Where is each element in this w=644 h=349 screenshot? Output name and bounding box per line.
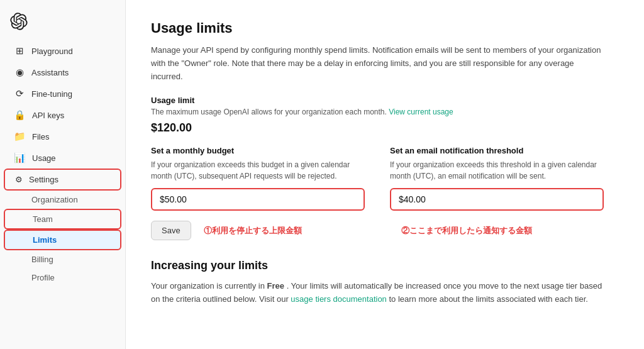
email-threshold-label: Set an email notification threshold xyxy=(390,146,604,155)
monthly-budget-desc: If your organization exceeds this budget… xyxy=(151,159,365,182)
usage-icon: 📊 xyxy=(14,152,26,163)
sidebar-item-files-label: Files xyxy=(32,132,49,141)
usage-limit-label: Usage limit xyxy=(151,96,619,105)
sidebar-sub-item-organization-label: Organization xyxy=(31,195,78,204)
usage-limit-sub-label: The maximum usage OpenAI allows for your… xyxy=(151,108,619,116)
monthly-budget-col: Set a monthly budget If your organizatio… xyxy=(151,146,365,211)
sidebar-item-fine-tuning-label: Fine-tuning xyxy=(31,89,72,99)
files-icon: 📁 xyxy=(14,131,26,142)
fine-tuning-icon: ⟳ xyxy=(14,88,25,99)
sidebar-sub-item-limits[interactable]: Limits xyxy=(4,230,121,250)
increasing-limits-title: Increasing your limits xyxy=(151,259,619,272)
settings-icon: ⚙ xyxy=(15,175,23,184)
email-threshold-input[interactable] xyxy=(390,188,604,211)
main-description: Manage your API spend by configuring mon… xyxy=(151,44,604,83)
sidebar-item-api-keys[interactable]: 🔒 API keys xyxy=(4,104,121,126)
sidebar-item-usage-label: Usage xyxy=(32,153,56,163)
view-current-usage-link[interactable]: View current usage xyxy=(389,108,453,116)
increasing-limits-desc: Your organization is currently in Free .… xyxy=(151,280,604,306)
sidebar-item-playground[interactable]: ⊞ Playground xyxy=(4,40,121,62)
sidebar-sub-item-billing[interactable]: Billing xyxy=(4,250,121,269)
sidebar-item-assistants[interactable]: ◉ Assistants xyxy=(4,62,121,83)
api-keys-icon: 🔒 xyxy=(14,109,26,121)
monthly-budget-annotation: ①利用を停止する上限金額 xyxy=(204,225,302,236)
usage-tiers-link[interactable]: usage tiers documentation xyxy=(291,294,386,304)
sidebar-sub-item-organization[interactable]: Organization xyxy=(4,191,121,209)
sidebar-item-settings[interactable]: ⚙ Settings xyxy=(4,169,121,191)
save-button[interactable]: Save xyxy=(151,221,191,240)
free-tier-label: Free xyxy=(267,281,284,291)
current-limit-value: $120.00 xyxy=(151,121,619,135)
page-title: Usage limits xyxy=(151,20,619,36)
playground-icon: ⊞ xyxy=(14,45,25,57)
email-threshold-desc: If your organization exceeds this thresh… xyxy=(390,159,604,182)
logo xyxy=(0,8,125,40)
sidebar-sub-item-limits-label: Limits xyxy=(33,235,57,245)
sidebar-sub-item-profile[interactable]: Profile xyxy=(4,269,121,287)
openai-logo-icon xyxy=(10,13,28,30)
sidebar-sub-item-team[interactable]: Team xyxy=(4,209,121,230)
sidebar-item-files[interactable]: 📁 Files xyxy=(4,126,121,147)
sidebar-sub-item-billing-label: Billing xyxy=(31,255,53,264)
save-row: Save ①利用を停止する上限金額 ②ここまで利用したら通知する金額 xyxy=(151,221,619,240)
monthly-budget-input[interactable] xyxy=(151,188,365,211)
email-threshold-annotation: ②ここまで利用したら通知する金額 xyxy=(401,225,532,236)
sidebar-item-usage[interactable]: 📊 Usage xyxy=(4,147,121,169)
main-content: Usage limits Manage your API spend by co… xyxy=(126,0,644,349)
budget-row: Set a monthly budget If your organizatio… xyxy=(151,146,619,211)
monthly-budget-label: Set a monthly budget xyxy=(151,146,365,155)
email-threshold-col: Set an email notification threshold If y… xyxy=(390,146,604,211)
sidebar-sub-item-team-label: Team xyxy=(33,214,53,224)
sidebar-item-playground-label: Playground xyxy=(31,47,73,56)
sidebar: ⊞ Playground ◉ Assistants ⟳ Fine-tuning … xyxy=(0,0,126,349)
sidebar-item-settings-label: Settings xyxy=(29,175,58,184)
assistants-icon: ◉ xyxy=(14,67,25,78)
sidebar-item-fine-tuning[interactable]: ⟳ Fine-tuning xyxy=(4,83,121,104)
sidebar-sub-item-profile-label: Profile xyxy=(31,273,55,282)
sidebar-item-assistants-label: Assistants xyxy=(31,68,69,77)
sidebar-item-api-keys-label: API keys xyxy=(32,111,64,120)
